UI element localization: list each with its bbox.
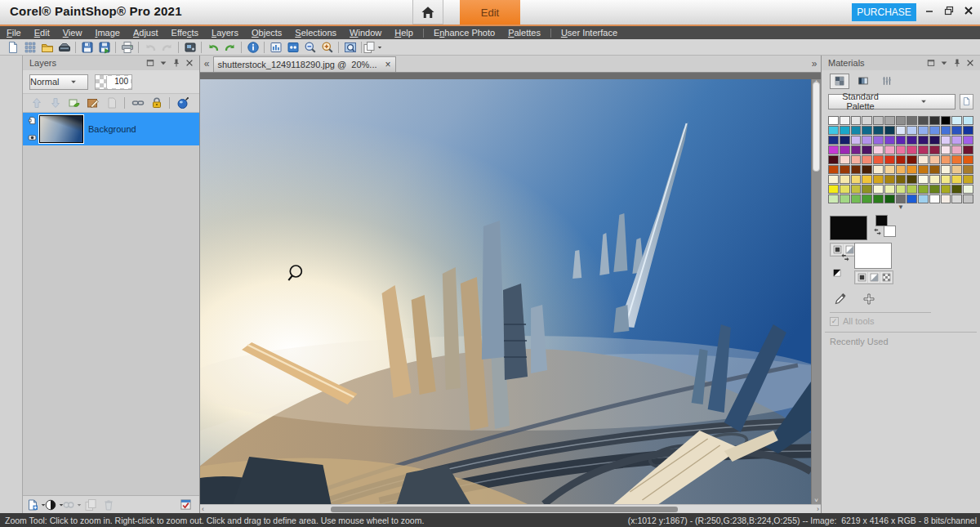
promote-layer-button[interactable]	[103, 96, 120, 111]
palette-swatch-6-4[interactable]	[873, 175, 884, 184]
vertical-scroll-thumb[interactable]	[813, 82, 820, 172]
copy-special-button[interactable]	[364, 39, 381, 55]
palette-swatch-5-12[interactable]	[963, 165, 973, 174]
restore-icon[interactable]	[942, 5, 956, 16]
palette-swatch-6-10[interactable]	[941, 175, 951, 184]
menu-item-window[interactable]: Window	[343, 26, 388, 39]
materials-close-panel-button[interactable]	[964, 58, 975, 69]
palette-swatch-8-11[interactable]	[951, 194, 962, 203]
bg-pattern-button[interactable]	[880, 272, 892, 283]
scan-button[interactable]	[56, 39, 73, 55]
visibility-icon[interactable]	[26, 133, 38, 142]
new-image-button[interactable]	[4, 39, 21, 55]
palette-swatch-2-6[interactable]	[896, 136, 906, 145]
palette-swatch-7-1[interactable]	[840, 185, 850, 194]
image-information-button[interactable]	[244, 39, 261, 55]
document-tab-close-icon[interactable]: ×	[381, 59, 395, 70]
link-layers-button[interactable]	[129, 96, 146, 111]
print-button[interactable]	[118, 39, 136, 55]
palette-swatch-0-12[interactable]	[963, 116, 973, 125]
layers-pin-panel-button[interactable]	[171, 58, 181, 69]
tab-scroll-right-icon[interactable]: »	[808, 56, 821, 72]
eyedropper-icon[interactable]	[833, 292, 847, 306]
histogram-button[interactable]	[267, 39, 284, 55]
scroll-left-icon[interactable]: ‹	[202, 505, 204, 513]
palette-swatch-0-4[interactable]	[873, 116, 884, 125]
edit-selection-toggle[interactable]	[177, 497, 194, 512]
palette-swatch-0-9[interactable]	[929, 116, 940, 125]
palette-swatch-3-6[interactable]	[896, 145, 906, 154]
palette-swatch-6-2[interactable]	[851, 175, 862, 184]
palette-swatch-5-6[interactable]	[896, 165, 906, 174]
palette-swatch-1-2[interactable]	[851, 126, 862, 135]
palette-swatch-0-0[interactable]	[828, 116, 839, 125]
palette-swatch-7-3[interactable]	[862, 185, 872, 194]
palette-swatch-2-9[interactable]	[929, 136, 940, 145]
background-mini-swatch[interactable]	[884, 226, 896, 237]
palette-swatch-8-2[interactable]	[851, 194, 862, 203]
palette-swatch-0-3[interactable]	[862, 116, 872, 125]
palette-swatch-5-11[interactable]	[951, 165, 962, 174]
edit-selection-button[interactable]	[174, 96, 191, 111]
foreground-color-swatch[interactable]	[830, 216, 867, 240]
move-layer-up-button[interactable]	[28, 96, 45, 111]
palette-swatch-3-9[interactable]	[929, 145, 940, 154]
palette-swatch-3-10[interactable]	[941, 145, 951, 154]
palette-swatch-4-1[interactable]	[840, 155, 850, 164]
navigate-button[interactable]	[284, 39, 301, 55]
palette-swatch-8-5[interactable]	[884, 194, 895, 203]
new-raster-layer-button[interactable]	[28, 497, 45, 512]
palette-swatch-6-0[interactable]	[828, 175, 839, 184]
zoom-out-button[interactable]	[301, 39, 318, 55]
undo-history-button[interactable]	[204, 39, 221, 55]
palette-swatch-8-0[interactable]	[828, 194, 839, 203]
layer-row-background[interactable]: Background	[23, 113, 199, 145]
palette-swatch-6-3[interactable]	[862, 175, 872, 184]
palette-swatch-5-1[interactable]	[840, 165, 850, 174]
materials-pin-panel-button[interactable]	[951, 58, 962, 69]
menu-item-edit[interactable]: Edit	[28, 26, 56, 39]
palette-swatch-1-4[interactable]	[873, 126, 884, 135]
palette-swatch-4-5[interactable]	[884, 155, 895, 164]
layer-thumbnail[interactable]	[39, 115, 83, 143]
palette-swatch-7-5[interactable]	[884, 185, 895, 194]
palette-swatch-3-0[interactable]	[828, 145, 839, 154]
palette-swatch-1-5[interactable]	[884, 126, 895, 135]
move-layer-down-button[interactable]	[47, 96, 64, 111]
foreground-mini-swatch[interactable]	[875, 215, 888, 226]
palette-swatch-3-5[interactable]	[884, 145, 895, 154]
menu-item-selections[interactable]: Selections	[288, 26, 343, 39]
palette-swatch-8-4[interactable]	[873, 194, 884, 203]
palette-swatch-1-12[interactable]	[963, 126, 973, 135]
palette-swatch-2-7[interactable]	[906, 136, 917, 145]
save-as-button[interactable]	[96, 39, 113, 55]
blend-mode-select[interactable]: Normal	[29, 74, 88, 90]
palette-swatch-3-4[interactable]	[873, 145, 884, 154]
open-button[interactable]	[38, 39, 56, 55]
background-color-swatch[interactable]	[854, 243, 892, 269]
palette-swatch-0-7[interactable]	[906, 116, 917, 125]
palette-swatch-5-0[interactable]	[828, 165, 839, 174]
minimize-icon[interactable]	[923, 5, 936, 16]
palette-swatch-7-6[interactable]	[896, 185, 906, 194]
palette-swatch-8-6[interactable]	[896, 194, 906, 203]
palette-swatch-2-1[interactable]	[840, 136, 850, 145]
palette-swatch-5-10[interactable]	[941, 165, 951, 174]
palette-swatch-8-12[interactable]	[963, 194, 973, 203]
palette-swatch-3-11[interactable]	[951, 145, 962, 154]
menu-item-layers[interactable]: Layers	[205, 26, 245, 39]
palette-swatch-4-12[interactable]	[963, 155, 973, 164]
palette-swatch-3-7[interactable]	[906, 145, 917, 154]
palette-swatch-6-9[interactable]	[929, 175, 940, 184]
browse-button[interactable]	[21, 39, 38, 55]
horizontal-scrollbar[interactable]: ‹ ›	[200, 504, 821, 513]
materials-tab-mixer[interactable]	[877, 74, 897, 89]
palette-swatch-4-10[interactable]	[941, 155, 951, 164]
menu-item-objects[interactable]: Objects	[245, 26, 288, 39]
palette-swatch-5-4[interactable]	[873, 165, 884, 174]
palette-swatch-2-5[interactable]	[884, 136, 895, 145]
palette-swatch-8-7[interactable]	[906, 194, 917, 203]
palette-swatch-3-2[interactable]	[851, 145, 862, 154]
palette-select[interactable]: Standard Palette	[828, 94, 956, 109]
palette-swatch-6-7[interactable]	[906, 175, 917, 184]
